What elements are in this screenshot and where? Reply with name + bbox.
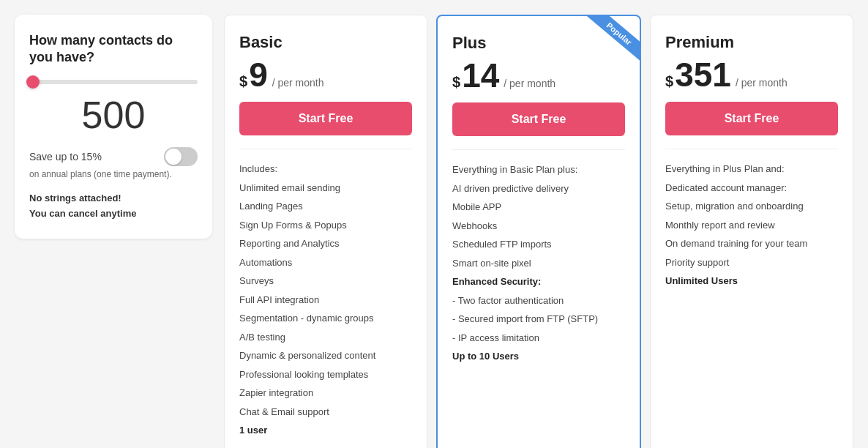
annual-toggle[interactable]: [164, 147, 198, 166]
feature-item: A/B testing: [239, 328, 412, 347]
feature-item: Setup, migration and onboarding: [665, 197, 838, 216]
pricing-card-plus: Popular Plus $ 14 / per month Start Free…: [436, 15, 641, 448]
feature-list: Everything in Basic Plan plus:AI driven …: [452, 160, 625, 366]
price-currency: $: [239, 73, 247, 90]
feature-item: Dynamic & personalized content: [239, 346, 412, 365]
pricing-card-basic: Basic $ 9 / per month Start Free Include…: [224, 15, 427, 448]
start-free-button[interactable]: Start Free: [239, 102, 412, 135]
contact-question: How many contacts do you have?: [29, 32, 198, 67]
feature-item: Everything in Basic Plan plus:: [452, 160, 625, 179]
feature-item: Up to 10 Users: [452, 347, 625, 366]
feature-item: Unlimited Users: [665, 272, 838, 291]
slider-thumb[interactable]: [26, 75, 40, 89]
price-period: / per month: [272, 77, 324, 89]
plan-name: Basic: [239, 33, 412, 52]
feature-item: Smart on-site pixel: [452, 254, 625, 273]
feature-item: Zapier integration: [239, 384, 412, 403]
feature-item: Includes:: [239, 160, 412, 179]
annual-note: on annual plans (one time payment).: [29, 169, 198, 179]
feature-item: 1 user: [239, 421, 412, 440]
toggle-knob: [165, 149, 182, 165]
annual-label: Save up to 15%: [29, 151, 102, 163]
feature-item: Unlimited email sending: [239, 179, 412, 198]
feature-item: Segmentation - dynamic groups: [239, 309, 412, 328]
price-currency: $: [665, 73, 673, 90]
price-amount: 351: [675, 58, 731, 92]
contact-slider-container[interactable]: [29, 80, 198, 84]
feature-item: Reporting and Analytics: [239, 234, 412, 253]
price-row: $ 9 / per month: [239, 58, 412, 92]
feature-item: Webhooks: [452, 217, 625, 236]
feature-item: Mobile APP: [452, 198, 625, 217]
divider: [239, 149, 412, 149]
feature-item: - Two factor authentication: [452, 291, 625, 310]
feature-list: Includes:Unlimited email sendingLanding …: [239, 160, 412, 440]
feature-item: Surveys: [239, 272, 412, 291]
no-strings-text: No strings attached! You can cancel anyt…: [29, 191, 198, 222]
feature-item: Priority support: [665, 253, 838, 272]
feature-item: Monthly report and review: [665, 216, 838, 235]
plan-name: Plus: [452, 34, 625, 53]
annual-row: Save up to 15%: [29, 147, 198, 166]
pricing-card-premium: Premium $ 351 / per month Start Free Eve…: [650, 15, 853, 448]
feature-item: Full API integration: [239, 291, 412, 310]
feature-item: - Secured import from FTP (SFTP): [452, 310, 625, 329]
contact-selector-panel: How many contacts do you have? 500 Save …: [15, 15, 212, 239]
feature-item: Professional looking templates: [239, 365, 412, 384]
feature-item: Scheduled FTP imports: [452, 235, 625, 254]
feature-item: Chat & Email support: [239, 403, 412, 422]
price-period: / per month: [736, 77, 787, 89]
feature-item: Enhanced Security:: [452, 272, 625, 291]
price-amount: 9: [249, 58, 268, 92]
feature-item: - IP access limitation: [452, 329, 625, 348]
start-free-button[interactable]: Start Free: [665, 102, 838, 135]
feature-item: Landing Pages: [239, 197, 412, 216]
price-period: / per month: [504, 78, 555, 89]
feature-item: Sign Up Forms & Popups: [239, 216, 412, 235]
divider: [665, 149, 838, 149]
divider: [452, 149, 625, 150]
feature-list: Everything in Plus Plan and:Dedicated ac…: [665, 160, 838, 291]
feature-item: Dedicated account manager:: [665, 179, 838, 198]
pricing-cards: Basic $ 9 / per month Start Free Include…: [224, 15, 853, 448]
feature-item: Automations: [239, 253, 412, 272]
price-row: $ 14 / per month: [452, 59, 625, 92]
price-row: $ 351 / per month: [665, 58, 838, 92]
start-free-button[interactable]: Start Free: [452, 102, 625, 136]
feature-item: AI driven predictive delivery: [452, 179, 625, 198]
contact-value: 500: [29, 96, 198, 134]
slider-track: [29, 80, 198, 84]
feature-item: On demand training for your team: [665, 234, 838, 253]
plan-name: Premium: [665, 33, 838, 52]
price-amount: 14: [462, 59, 499, 92]
price-currency: $: [452, 74, 460, 91]
feature-item: Everything in Plus Plan and:: [665, 160, 838, 179]
